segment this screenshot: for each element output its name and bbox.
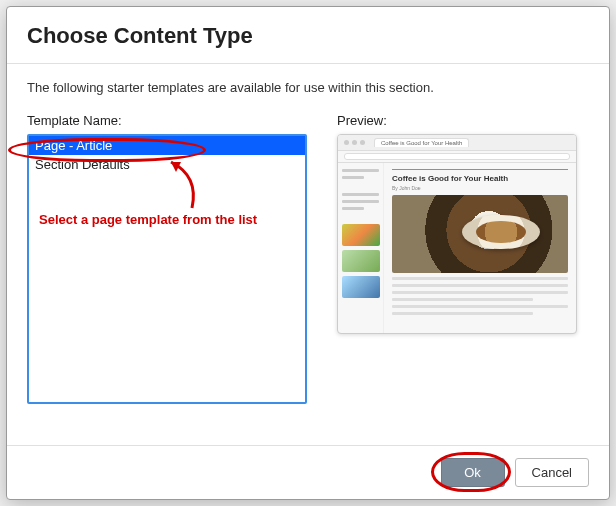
preview-sidebar	[338, 163, 384, 333]
template-name-label: Template Name:	[27, 113, 307, 128]
preview-main: Coffee is Good for Your Health By John D…	[384, 163, 576, 333]
preview-article-image	[392, 195, 568, 273]
cancel-button[interactable]: Cancel	[515, 458, 589, 487]
dialog-header: Choose Content Type	[7, 7, 609, 64]
preview-article-title: Coffee is Good for Your Health	[392, 174, 568, 183]
dialog-footer: Ok Cancel	[7, 445, 609, 499]
browser-url-bar	[338, 151, 576, 163]
dialog-title: Choose Content Type	[27, 23, 589, 49]
preview-label: Preview:	[337, 113, 589, 128]
preview-byline: By John Doe	[392, 185, 568, 191]
browser-chrome-top: Coffee is Good for Your Health	[338, 135, 576, 151]
template-listbox[interactable]: Page - Article Section Defaults	[27, 134, 307, 404]
dialog-body: The following starter templates are avai…	[7, 64, 609, 445]
choose-content-type-dialog: Choose Content Type The following starte…	[6, 6, 610, 500]
browser-tab-title: Coffee is Good for Your Health	[374, 138, 469, 147]
list-item[interactable]: Section Defaults	[29, 155, 305, 174]
ok-button[interactable]: Ok	[441, 458, 505, 487]
preview-pane: Coffee is Good for Your Health	[337, 134, 577, 334]
intro-text: The following starter templates are avai…	[27, 80, 589, 95]
list-item[interactable]: Page - Article	[29, 136, 305, 155]
